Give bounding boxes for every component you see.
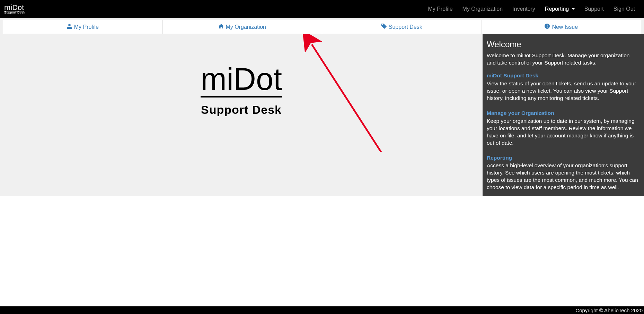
section-reporting-title[interactable]: Reporting xyxy=(487,154,640,162)
nav-reporting-label: Reporting xyxy=(545,6,569,12)
top-navbar: miDot Support Desk My Profile My Organiz… xyxy=(0,0,644,18)
section-reporting-text: Access a high-level overview of your org… xyxy=(487,162,640,191)
tag-icon xyxy=(381,24,387,30)
svg-rect-1 xyxy=(547,25,548,27)
nav-links: My Profile My Organization Inventory Rep… xyxy=(423,1,640,17)
section-manage-org-text: Keep your organization up to date in our… xyxy=(487,118,640,147)
main-area: miDot Support Desk Welcome Welcome to mi… xyxy=(0,34,644,196)
svg-line-3 xyxy=(312,44,381,152)
tab-support-desk[interactable]: Support Desk xyxy=(322,20,482,34)
footer-copyright: Copyright © AhelioTech 2020 xyxy=(575,307,643,313)
main-logo-subtitle: Support Desk xyxy=(201,103,282,117)
brand-logo[interactable]: miDot Support Desk xyxy=(4,4,25,14)
nav-reporting[interactable]: Reporting xyxy=(540,1,580,17)
main-content: miDot Support Desk xyxy=(0,34,483,196)
tab-my-organization-label: My Organization xyxy=(226,24,266,30)
section-support-desk-title[interactable]: miDot Support Desk xyxy=(487,72,640,79)
tab-my-profile-label: My Profile xyxy=(74,24,99,30)
chevron-down-icon xyxy=(572,8,575,10)
welcome-sidebar: Welcome Welcome to miDot Support Desk. M… xyxy=(483,34,644,196)
tab-support-desk-label: Support Desk xyxy=(389,24,422,30)
main-logo: miDot Support Desk xyxy=(201,63,282,117)
home-icon xyxy=(219,24,224,30)
tab-my-profile[interactable]: My Profile xyxy=(3,20,163,34)
annotation-arrow xyxy=(0,34,485,207)
footer: Copyright © AhelioTech 2020 xyxy=(0,306,644,314)
tab-new-issue-label: New Issue xyxy=(552,24,578,30)
svg-rect-2 xyxy=(547,27,548,28)
nav-sign-out[interactable]: Sign Out xyxy=(609,1,640,17)
user-icon xyxy=(67,24,72,30)
tab-new-issue[interactable]: New Issue xyxy=(482,20,642,34)
nav-inventory[interactable]: Inventory xyxy=(508,1,540,17)
brand-title: miDot xyxy=(4,4,25,11)
main-logo-title: miDot xyxy=(201,63,282,97)
brand-subtitle: Support Desk xyxy=(4,11,25,14)
welcome-title: Welcome xyxy=(487,39,640,50)
section-manage-org-title[interactable]: Manage your Organization xyxy=(487,110,640,117)
section-support-desk-text: View the status of your open tickets, se… xyxy=(487,80,640,102)
nav-support[interactable]: Support xyxy=(580,1,609,17)
nav-my-organization[interactable]: My Organization xyxy=(458,1,508,17)
nav-my-profile[interactable]: My Profile xyxy=(423,1,457,17)
exclamation-circle-icon xyxy=(545,24,550,30)
welcome-text: Welcome to miDot Support Desk. Manage yo… xyxy=(487,52,640,67)
tabs-bar: My Profile My Organization Support Desk … xyxy=(0,18,644,34)
tab-my-organization[interactable]: My Organization xyxy=(163,20,323,34)
